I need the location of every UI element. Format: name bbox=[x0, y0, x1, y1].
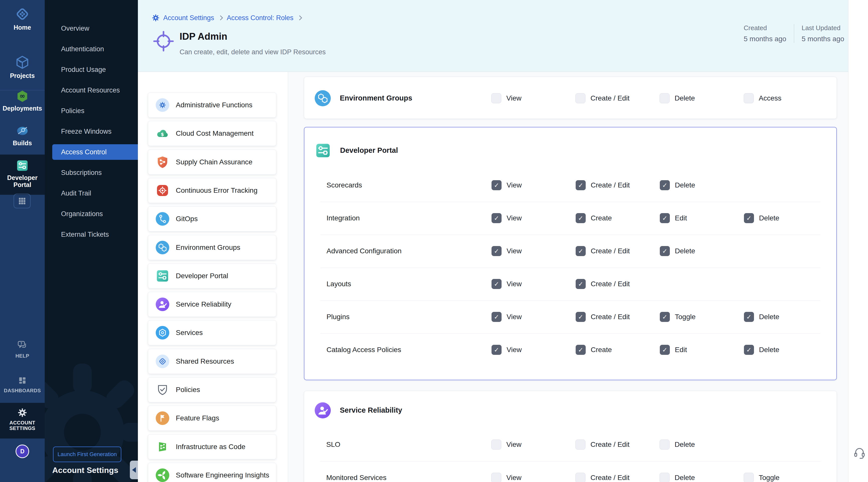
checkbox-unchecked[interactable] bbox=[576, 473, 585, 482]
services-hexagon-icon bbox=[156, 326, 169, 339]
resource-card-feature-flags[interactable]: Feature Flags bbox=[148, 405, 276, 431]
permission-row-label: SLO bbox=[326, 440, 340, 450]
sidebar-item-account-resources[interactable]: Account Resources bbox=[45, 83, 138, 98]
checkbox-unchecked[interactable] bbox=[659, 93, 670, 103]
page-header: Account Settings Access Control: Roles I… bbox=[138, 0, 848, 72]
sidebar-item-audit-trail[interactable]: Audit Trail bbox=[45, 185, 138, 201]
resource-card-environment-groups[interactable]: Environment Groups bbox=[148, 235, 276, 260]
sidebar-item-access-control[interactable]: Access Control bbox=[52, 144, 138, 160]
rail-item-label: Home bbox=[0, 24, 45, 31]
checkbox-unchecked[interactable] bbox=[744, 473, 754, 482]
resource-list-column: Administrative Functions$Cloud Cost Mana… bbox=[138, 72, 288, 482]
checkbox-checked[interactable]: ✓ bbox=[660, 345, 670, 355]
rail-item-dashboards[interactable]: DASHBOARDS bbox=[0, 375, 45, 393]
checkbox-checked[interactable]: ✓ bbox=[660, 246, 670, 256]
sidebar-item-overview[interactable]: Overview bbox=[45, 21, 138, 36]
checkbox-unchecked[interactable] bbox=[659, 440, 670, 450]
checkbox-checked[interactable]: ✓ bbox=[576, 180, 586, 190]
permission-toggle: ✓Toggle bbox=[660, 312, 696, 322]
rail-item-help[interactable]: ? HELP bbox=[0, 340, 45, 359]
checkbox-checked[interactable]: ✓ bbox=[492, 279, 502, 289]
sidebar-item-authentication[interactable]: Authentication bbox=[45, 41, 138, 57]
launch-first-generation-button[interactable]: Launch First Generation bbox=[53, 447, 121, 462]
rail-item-deployments[interactable]: ∞ Deployments bbox=[0, 90, 45, 112]
checkbox-checked[interactable]: ✓ bbox=[576, 345, 586, 355]
sidebar-item-freeze-windows[interactable]: Freeze Windows bbox=[45, 124, 138, 139]
permission-view: ✓View bbox=[492, 312, 522, 322]
checkbox-unchecked[interactable] bbox=[744, 93, 754, 103]
sidebar-item-organizations[interactable]: Organizations bbox=[45, 206, 138, 222]
right-scroll-strip[interactable] bbox=[848, 0, 868, 482]
apps-grid-button[interactable] bbox=[13, 194, 31, 208]
resource-card-service-reliability[interactable]: Service Reliability bbox=[148, 292, 276, 317]
resource-card-shared-resources[interactable]: Shared Resources bbox=[148, 349, 276, 374]
breadcrumb-link-account-settings[interactable]: Account Settings bbox=[163, 14, 214, 22]
checkbox-checked[interactable]: ✓ bbox=[492, 246, 502, 256]
rail-item-developer-portal[interactable]: Developer Portal bbox=[0, 159, 45, 188]
checkbox-checked[interactable]: ✓ bbox=[576, 213, 586, 223]
meta-divider bbox=[794, 24, 794, 43]
checkbox-unchecked[interactable] bbox=[659, 473, 670, 482]
deployments-icon: ∞ bbox=[0, 90, 45, 102]
checkbox-unchecked[interactable] bbox=[576, 93, 585, 103]
resource-card-administrative-functions[interactable]: Administrative Functions bbox=[148, 92, 276, 118]
resource-card-continuous-error-tracking[interactable]: Continuous Error Tracking bbox=[148, 178, 276, 203]
resource-card-cloud-cost-management[interactable]: $Cloud Cost Management bbox=[148, 121, 276, 146]
svg-text:∞: ∞ bbox=[20, 92, 25, 100]
permission-label: View bbox=[506, 441, 521, 449]
resource-card-software-engineering-insights[interactable]: Software Engineering Insights bbox=[148, 463, 276, 482]
checkbox-unchecked[interactable] bbox=[576, 440, 585, 450]
role-crosshair-icon bbox=[152, 30, 175, 52]
sidebar-item-subscriptions[interactable]: Subscriptions bbox=[45, 165, 138, 180]
sidebar-item-external-tickets[interactable]: External Tickets bbox=[45, 227, 138, 242]
resource-card-policies[interactable]: Policies bbox=[148, 377, 276, 402]
checkbox-checked[interactable]: ✓ bbox=[744, 345, 754, 355]
support-headset-icon[interactable] bbox=[853, 446, 866, 459]
resource-card-supply-chain-assurance[interactable]: Supply Chain Assurance bbox=[148, 150, 276, 175]
resource-card-label: Shared Resources bbox=[176, 357, 234, 365]
row-divider bbox=[320, 461, 820, 461]
sidebar-item-product-usage[interactable]: Product Usage bbox=[45, 62, 138, 78]
checkbox-checked[interactable]: ✓ bbox=[660, 180, 670, 190]
dashboards-icon bbox=[0, 375, 45, 386]
created-value: 5 months ago bbox=[744, 35, 786, 43]
permission-view: View bbox=[491, 93, 521, 103]
permission-panel-developer-portal: Developer PortalScorecards✓View✓Create /… bbox=[304, 127, 837, 380]
rail-item-label: ACCOUNT SETTINGS bbox=[0, 420, 45, 431]
rail-item-projects[interactable]: Projects bbox=[0, 55, 45, 79]
resource-card-developer-portal[interactable]: Developer Portal bbox=[148, 263, 276, 289]
permission-row-label: Monitored Services bbox=[326, 473, 386, 482]
rail-item-home[interactable]: Home bbox=[0, 6, 45, 31]
permission-create-edit: Create / Edit bbox=[576, 440, 630, 450]
permission-label: Delete bbox=[759, 313, 779, 321]
checkbox-checked[interactable]: ✓ bbox=[660, 213, 670, 223]
rail-item-builds[interactable]: Builds bbox=[0, 125, 45, 147]
user-avatar[interactable]: D bbox=[16, 445, 29, 458]
permission-row-label: Layouts bbox=[327, 279, 351, 289]
sidebar-item-policies[interactable]: Policies bbox=[45, 103, 138, 119]
resource-card-gitops[interactable]: GitOps bbox=[148, 206, 276, 232]
checkbox-checked[interactable]: ✓ bbox=[576, 312, 586, 322]
last-updated-meta: Last Updated 5 months ago bbox=[802, 24, 844, 43]
checkbox-unchecked[interactable] bbox=[491, 473, 501, 482]
shield-nodes-icon bbox=[156, 155, 169, 169]
checkbox-checked[interactable]: ✓ bbox=[492, 312, 502, 322]
checkbox-checked[interactable]: ✓ bbox=[576, 279, 586, 289]
projects-icon bbox=[0, 55, 45, 70]
checkbox-unchecked[interactable] bbox=[491, 93, 501, 103]
breadcrumb-link-access-control-roles[interactable]: Access Control: Roles bbox=[227, 14, 293, 22]
checkbox-unchecked[interactable] bbox=[491, 440, 501, 450]
checkbox-checked[interactable]: ✓ bbox=[744, 213, 754, 223]
rail-item-account-settings[interactable]: ACCOUNT SETTINGS bbox=[0, 408, 45, 431]
sidebar-collapse-button[interactable] bbox=[130, 461, 138, 479]
checkbox-checked[interactable]: ✓ bbox=[492, 213, 502, 223]
checkbox-checked[interactable]: ✓ bbox=[660, 312, 670, 322]
checkbox-checked[interactable]: ✓ bbox=[576, 246, 586, 256]
git-branch-icon bbox=[156, 212, 169, 226]
checkbox-checked[interactable]: ✓ bbox=[492, 180, 502, 190]
checkbox-checked[interactable]: ✓ bbox=[744, 312, 754, 322]
checkbox-checked[interactable]: ✓ bbox=[492, 345, 502, 355]
resource-card-services[interactable]: Services bbox=[148, 320, 276, 345]
permission-panel-service-reliability: Service ReliabilitySLOViewCreate / EditD… bbox=[304, 391, 837, 482]
resource-card-infrastructure-as-code[interactable]: Infrastructure as Code bbox=[148, 434, 276, 459]
